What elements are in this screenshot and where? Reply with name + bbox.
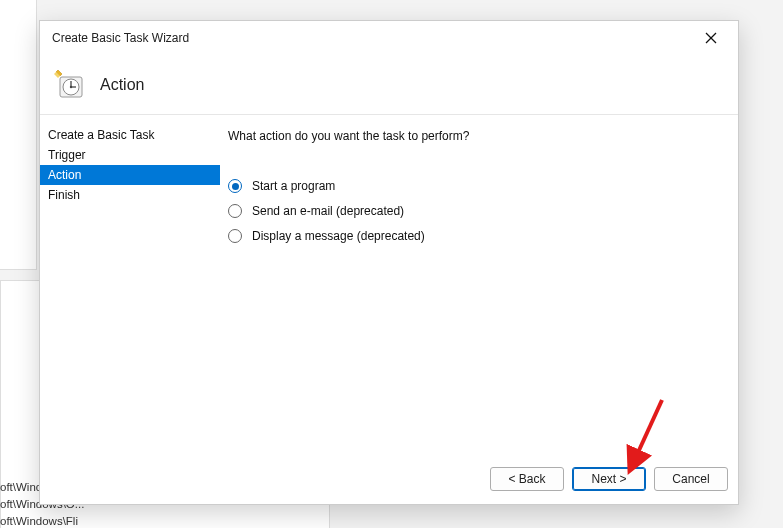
background-path-3: oft\Windows\Fli	[0, 515, 78, 527]
close-icon	[705, 32, 717, 44]
radio-label: Send an e-mail (deprecated)	[252, 204, 404, 218]
wizard-dialog: Create Basic Task Wizard Action Create a…	[39, 20, 739, 505]
wizard-header: Action	[40, 55, 738, 115]
radio-icon	[228, 229, 242, 243]
wizard-body: Create a Basic Task Trigger Action Finis…	[40, 115, 738, 460]
next-button[interactable]: Next >	[572, 467, 646, 491]
back-button[interactable]: < Back	[490, 467, 564, 491]
sidebar-item-finish[interactable]: Finish	[40, 185, 220, 205]
wizard-sidebar: Create a Basic Task Trigger Action Finis…	[40, 115, 220, 460]
svg-point-6	[70, 85, 72, 87]
cancel-button[interactable]: Cancel	[654, 467, 728, 491]
sidebar-item-create-basic-task[interactable]: Create a Basic Task	[40, 125, 220, 145]
background-panel-left	[0, 0, 37, 270]
action-prompt: What action do you want the task to perf…	[228, 129, 722, 143]
wizard-footer: < Back Next > Cancel	[40, 460, 738, 504]
radio-label: Display a message (deprecated)	[252, 229, 425, 243]
window-title: Create Basic Task Wizard	[52, 31, 696, 45]
close-button[interactable]	[696, 24, 726, 52]
wizard-content: What action do you want the task to perf…	[220, 115, 738, 460]
scheduler-icon	[52, 68, 86, 102]
wizard-step-title: Action	[100, 76, 144, 94]
radio-icon	[228, 204, 242, 218]
radio-display-message[interactable]: Display a message (deprecated)	[228, 229, 722, 243]
radio-icon	[228, 179, 242, 193]
title-bar: Create Basic Task Wizard	[40, 21, 738, 55]
radio-label: Start a program	[252, 179, 335, 193]
radio-send-email[interactable]: Send an e-mail (deprecated)	[228, 204, 722, 218]
radio-start-program[interactable]: Start a program	[228, 179, 722, 193]
sidebar-item-trigger[interactable]: Trigger	[40, 145, 220, 165]
sidebar-item-action[interactable]: Action	[40, 165, 220, 185]
